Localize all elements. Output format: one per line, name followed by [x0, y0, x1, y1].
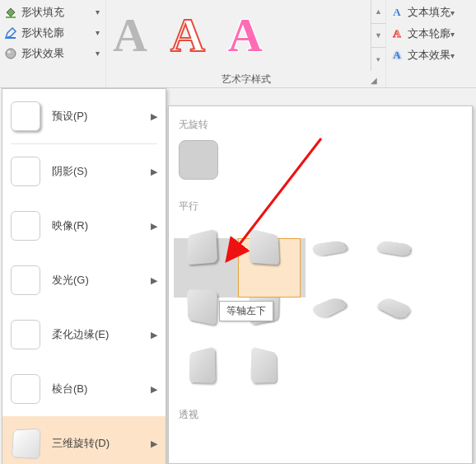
svg-rect-1: [6, 37, 16, 39]
shape-format-panel: 形状填充 ▾ 形状轮廓 ▾ 形状效果 ▾: [0, 0, 106, 87]
shape-fill-button[interactable]: 形状填充 ▾: [0, 2, 105, 22]
preset-iso-top-right[interactable]: [179, 225, 223, 269]
wordart-style-1[interactable]: A: [113, 12, 147, 59]
menu-item-3d-rotation[interactable]: 三维旋转(D) ▶: [2, 416, 166, 464]
text-effects-label: 文本效果: [408, 48, 450, 63]
gallery-expand-button[interactable]: ▾: [371, 48, 385, 71]
3d-rotation-submenu: 无旋转 平行 透视: [168, 105, 473, 464]
chevron-right-icon: ▶: [151, 166, 157, 177]
menu-item-preset[interactable]: 预设(P) ▶: [2, 89, 166, 143]
preset-iso-bottom-left[interactable]: [243, 225, 287, 269]
wordart-scroll: ▲ ▼ ▾: [371, 0, 385, 71]
rotation-preview-icon: [12, 428, 41, 459]
text-effects-icon: A: [390, 48, 404, 63]
preset-iso-5[interactable]: [179, 344, 223, 388]
chevron-right-icon: ▶: [151, 111, 157, 122]
preset-iso-6[interactable]: [243, 344, 287, 388]
parallel-presets: [169, 218, 472, 395]
shape-outline-label: 形状轮廓: [21, 26, 96, 40]
menu-item-bevel[interactable]: 棱台(B) ▶: [2, 362, 166, 416]
text-outline-button[interactable]: A 文本轮廓 ▾: [390, 23, 473, 45]
chevron-down-icon: ▾: [450, 8, 460, 17]
tooltip: 等轴左下: [219, 301, 273, 321]
svg-point-2: [6, 49, 16, 59]
preset-flat-1[interactable]: [307, 225, 352, 269]
chevron-down-icon: ▾: [96, 7, 105, 16]
shape-fill-label: 形状填充: [21, 5, 96, 20]
svg-point-3: [7, 50, 11, 53]
shape-outline-button[interactable]: 形状轮廓 ▾: [0, 22, 105, 43]
chevron-down-icon: ▾: [450, 30, 460, 39]
effects-icon: [3, 46, 18, 61]
section-parallel: 平行: [169, 193, 472, 218]
chevron-right-icon: ▶: [151, 384, 157, 395]
text-fill-button[interactable]: A 文本填充 ▾: [390, 2, 473, 23]
shape-effects-label: 形状效果: [21, 46, 96, 61]
preset-iso-3[interactable]: [179, 284, 223, 329]
text-format-panel: A 文本填充 ▾ A 文本轮廓 ▾ A 文本效果 ▾: [385, 0, 476, 87]
chevron-right-icon: ▶: [151, 330, 157, 340]
text-fill-label: 文本填充: [408, 5, 450, 20]
bevel-preview-icon: [11, 374, 40, 404]
preset-preview-icon: [11, 101, 40, 131]
chevron-down-icon: ▾: [96, 49, 105, 58]
menu-item-shadow[interactable]: 阴影(S) ▶: [2, 144, 166, 199]
svg-rect-0: [6, 16, 16, 18]
paint-bucket-icon: [3, 5, 18, 20]
wordart-style-2[interactable]: A: [170, 12, 205, 59]
scroll-up-button[interactable]: ▲: [371, 0, 385, 24]
menu-item-soft-edges[interactable]: 柔化边缘(E) ▶: [2, 307, 166, 362]
chevron-down-icon: ▾: [450, 51, 460, 60]
chevron-right-icon: ▶: [151, 438, 157, 449]
text-outline-icon: A: [390, 26, 404, 41]
soft-edges-preview-icon: [11, 320, 40, 349]
wordart-gallery[interactable]: A A A: [106, 0, 371, 71]
text-outline-label: 文本轮廓: [408, 26, 450, 41]
scroll-down-button[interactable]: ▼: [371, 24, 385, 48]
text-fill-icon: A: [390, 5, 404, 20]
text-effects-button[interactable]: A 文本效果 ▾: [390, 45, 473, 66]
shape-effects-button[interactable]: 形状效果 ▾: [0, 43, 105, 63]
menu-item-reflection[interactable]: 映像(R) ▶: [2, 199, 166, 253]
chevron-down-icon: ▾: [96, 28, 105, 37]
pen-outline-icon: [3, 26, 18, 40]
shape-effects-menu: 预设(P) ▶ 阴影(S) ▶ 映像(R) ▶ 发光(G) ▶ 柔化边缘(E) …: [2, 88, 166, 464]
section-perspective: 透视: [169, 401, 472, 427]
ribbon-top: 形状填充 ▾ 形状轮廓 ▾ 形状效果 ▾ A A A ▲: [0, 0, 476, 88]
menu-item-glow[interactable]: 发光(G) ▶: [2, 253, 166, 307]
chevron-right-icon: ▶: [151, 275, 157, 286]
reflection-preview-icon: [11, 211, 40, 241]
chevron-right-icon: ▶: [151, 221, 157, 232]
section-no-rotation: 无旋转: [169, 111, 472, 137]
shadow-preview-icon: [11, 157, 40, 186]
wordart-panel: A A A ▲ ▼ ▾ 艺术字样式 ◢: [106, 0, 385, 87]
preset-flat-2[interactable]: [371, 225, 416, 269]
preset-flat-3[interactable]: [307, 284, 352, 329]
wordart-style-3[interactable]: A: [228, 12, 263, 59]
preset-no-rotation[interactable]: [179, 140, 218, 180]
preset-flat-4[interactable]: [371, 284, 416, 329]
glow-preview-icon: [11, 265, 40, 295]
dialog-launcher-icon[interactable]: ◢: [371, 76, 380, 86]
wordart-panel-title: 艺术字样式 ◢: [106, 71, 385, 87]
